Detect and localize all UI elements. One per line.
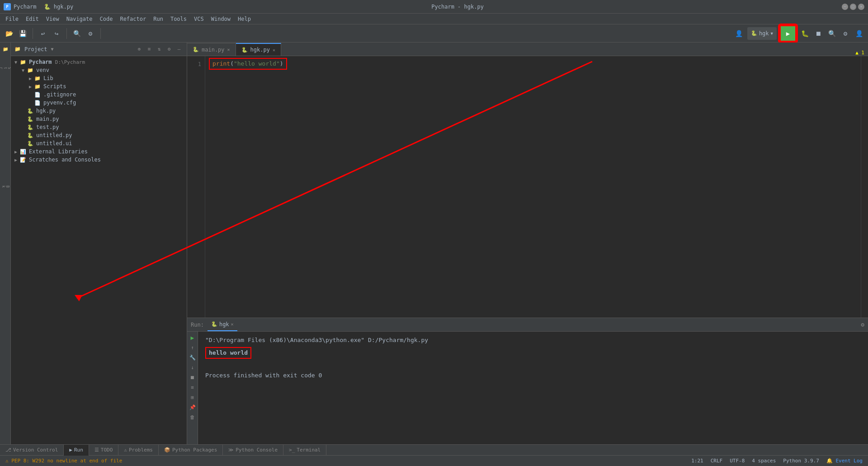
run-again-btn[interactable]: ▶: [189, 333, 197, 342]
tree-gitignore[interactable]: ▶ 📄 .gitignore: [11, 90, 187, 99]
toolbar-search2-btn[interactable]: 🔍: [826, 28, 837, 39]
panel-icon-collapse[interactable]: ≡: [145, 45, 153, 53]
run-button[interactable]: [779, 25, 797, 42]
tree-main[interactable]: ▶ 🐍 main.py: [11, 115, 187, 123]
python-ver-status[interactable]: Python 3.9.7: [781, 458, 821, 464]
menu-navigate[interactable]: Navigate: [63, 15, 96, 23]
menu-edit[interactable]: Edit: [22, 15, 42, 23]
panel-icon-locate[interactable]: ⊕: [135, 45, 143, 53]
run-icon: ▶: [69, 447, 72, 453]
tree-root[interactable]: ▼ 📁 Pycharm D:\Pycharm: [11, 58, 187, 66]
venv-label: venv: [36, 67, 49, 73]
project-icon[interactable]: 📁: [1, 44, 10, 53]
main-layout: 📁 Str Bk 📁 Project ▼ ⊕ ≡ ⇅ ⚙ – ▼ 📁 Pycha…: [0, 43, 868, 444]
menu-run[interactable]: Run: [150, 15, 167, 23]
menu-vcs[interactable]: VCS: [190, 15, 208, 23]
tree-untitled-ui[interactable]: ▶ 🐍 untitled.ui: [11, 139, 187, 147]
scroll-up-btn[interactable]: ↑: [189, 343, 197, 352]
run-config-arrow: ▼: [771, 31, 773, 36]
toolbar-undo-btn[interactable]: ↩: [38, 28, 48, 39]
panel-icon-gear[interactable]: ⚙: [165, 45, 173, 53]
code-print-keyword: print: [212, 60, 230, 67]
tab-todo[interactable]: ☰ TODO: [89, 445, 119, 456]
panel-icon-sort[interactable]: ⇅: [155, 45, 163, 53]
tab-python-packages[interactable]: 📦 Python Packages: [159, 445, 223, 456]
run-tab-name: hgk: [219, 321, 229, 328]
run-tab-close[interactable]: ✕: [231, 322, 234, 327]
toolbar-right: 👤 🐍 hgk ▼ 🐛 ⏹ 🔍 ⚙ 👤: [734, 25, 864, 42]
debug-button[interactable]: 🐛: [799, 28, 810, 39]
stop-button[interactable]: ⏹: [813, 28, 824, 39]
tree-lib[interactable]: ▶ 📁 Lib: [11, 74, 187, 82]
bottom-layout: ▶ ↑ 🔧 ↓ ⏹ ≡ ⊞ 📌 🗑 "D:\Program Files (x86…: [187, 332, 868, 444]
encoding-status[interactable]: UTF-8: [728, 458, 746, 464]
project-panel-header: 📁 Project ▼ ⊕ ≡ ⇅ ⚙ –: [11, 43, 187, 56]
ext-libs-label: External Libraries: [29, 148, 88, 155]
close-button[interactable]: ✕: [858, 4, 864, 10]
line-sep-status[interactable]: CRLF: [709, 458, 725, 464]
menu-tools[interactable]: Tools: [167, 15, 190, 23]
line-number-1: 1: [187, 60, 201, 69]
code-editor[interactable]: print("hello world"): [205, 56, 861, 318]
bottom-left-icons: ▶ ↑ 🔧 ↓ ⏹ ≡ ⊞ 📌 🗑: [187, 332, 198, 444]
tree-venv[interactable]: ▼ 📁 venv: [11, 66, 187, 74]
position-status[interactable]: 1:21: [689, 458, 705, 464]
pin-btn[interactable]: 📌: [189, 403, 197, 411]
toolbar-redo-btn[interactable]: ↪: [51, 28, 62, 39]
root-name: Pycharm: [29, 59, 52, 65]
scroll-down-btn[interactable]: ↓: [189, 363, 197, 371]
toolbar-profile2-btn[interactable]: 👤: [854, 28, 864, 39]
toolbar-search-btn[interactable]: 🔍: [71, 28, 82, 39]
editor-content[interactable]: 1 print("hello world"): [187, 56, 868, 318]
menu-help[interactable]: Help: [234, 15, 255, 23]
status-right: 1:21 CRLF UTF-8 4 spaces Python 3.9.7 🔔 …: [689, 458, 864, 464]
toolbar-settings2-btn[interactable]: ⚙: [840, 28, 851, 39]
run-config-selector[interactable]: 🐍 hgk ▼: [747, 27, 777, 40]
tree-scratches[interactable]: ▶ 📝 Scratches and Consoles: [11, 156, 187, 164]
event-log-status[interactable]: 🔔 Event Log: [825, 458, 864, 464]
toolbar-open-btn[interactable]: 📂: [4, 28, 14, 39]
maximize-button[interactable]: □: [850, 4, 856, 10]
toolbar-sep2: [66, 28, 67, 39]
tab-run[interactable]: ▶ Run: [64, 445, 89, 456]
toolbar-save-btn[interactable]: 💾: [17, 28, 28, 39]
trash-btn[interactable]: 🗑: [189, 413, 197, 421]
tree-hgk[interactable]: ▶ 🐍 hgk.py: [11, 107, 187, 115]
bookmarks-icon[interactable]: Bk: [1, 173, 10, 200]
list-view-btn[interactable]: ≡: [189, 383, 197, 391]
bottom-panel: Run: 🐍 hgk ✕ ⚙ ▶ ↑ 🔧 ↓ ⏹ ≡: [187, 318, 868, 444]
command-text: "D:\Program Files (x86)\Anaconda3\python…: [205, 337, 428, 343]
run-tab-hgk[interactable]: 🐍 hgk ✕: [208, 319, 237, 331]
panel-icon-minimize[interactable]: –: [175, 45, 183, 53]
tab-problems[interactable]: ⚠ Problems: [118, 445, 159, 456]
menu-window[interactable]: Window: [208, 15, 234, 23]
menu-refactor[interactable]: Refactor: [116, 15, 150, 23]
minimize-button[interactable]: –: [842, 4, 848, 10]
tree-view-btn[interactable]: ⊞: [189, 393, 197, 401]
indent-status[interactable]: 4 spaces: [750, 458, 778, 464]
tree-pyvenv[interactable]: ▶ 📄 pyvenv.cfg: [11, 99, 187, 107]
menu-file[interactable]: File: [2, 15, 22, 23]
tree-untitled-py[interactable]: ▶ 🐍 untitled.py: [11, 131, 187, 139]
stop-run-btn[interactable]: ⏹: [189, 373, 197, 381]
menu-view[interactable]: View: [42, 15, 63, 23]
warning-status[interactable]: ⚠ PEP 8: W292 no newline at end of file: [4, 458, 124, 464]
tree-test[interactable]: ▶ 🐍 test.py: [11, 123, 187, 131]
tab-hgk-close[interactable]: ✕: [273, 48, 275, 52]
structure-icon[interactable]: Str: [1, 54, 10, 81]
bottom-settings-icon[interactable]: ⚙: [861, 321, 864, 328]
tree-scripts[interactable]: ▶ 📁 Scripts: [11, 82, 187, 90]
wrench-btn[interactable]: 🔧: [189, 353, 197, 361]
tab-python-console[interactable]: ≫ Python Console: [223, 445, 283, 456]
tree-ext-libs[interactable]: ▶ 📊 External Libraries: [11, 147, 187, 156]
toolbar-settings-btn[interactable]: ⚙: [85, 28, 96, 39]
tab-version-control[interactable]: ⎇ Version Control: [0, 445, 64, 456]
menu-code[interactable]: Code: [96, 15, 117, 23]
pyvenv-label: pyvenv.cfg: [43, 100, 76, 106]
tab-terminal[interactable]: >_ Terminal: [283, 445, 326, 456]
tab-hgk-py[interactable]: 🐍 hgk.py ✕: [236, 43, 281, 56]
tab-main-py[interactable]: 🐍 main.py ✕: [187, 43, 236, 56]
tab-main-close[interactable]: ✕: [227, 47, 230, 52]
tab-python-packages-label: Python Packages: [172, 447, 217, 453]
toolbar-profile-btn[interactable]: 👤: [734, 28, 745, 39]
